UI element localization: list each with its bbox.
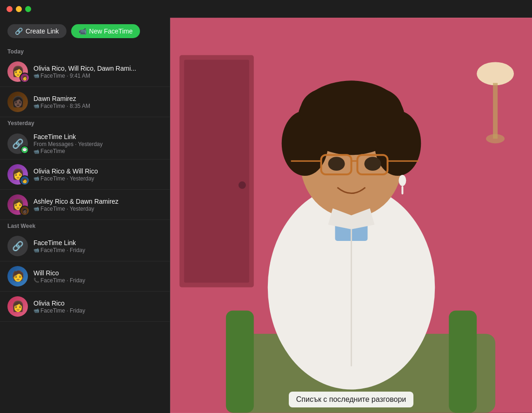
avatar-secondary: 👩🏿 [20, 206, 30, 216]
new-facetime-button[interactable]: 📹 New FaceTime [71, 24, 140, 38]
contact-detail: 📹 FaceTime · 9:41 AM [33, 73, 162, 79]
avatar-container: 👩 🧑 [7, 164, 28, 185]
contact-detail-2: 📹 FaceTime [33, 148, 162, 154]
contact-info: Ashley Rico & Dawn Ramirez 📹 FaceTime · … [33, 198, 162, 212]
video-icon: 📹 [33, 308, 39, 313]
svg-rect-5 [493, 83, 498, 139]
avatar-container: 👩🏿 [7, 92, 28, 112]
contact-detail: 📹 FaceTime · Friday [33, 247, 162, 253]
section-lastweek: Last Week [0, 220, 170, 231]
svg-point-24 [328, 157, 345, 171]
avatar: 🧑 [7, 266, 28, 286]
contact-detail: 📹 FaceTime · Friday [33, 307, 162, 314]
contact-detail: 📹 FaceTime · 8:35 AM [33, 103, 162, 109]
svg-point-6 [486, 134, 505, 143]
avatar-container: 🔗 [7, 236, 28, 256]
contact-info: FaceTime Link 📹 FaceTime · Friday [33, 239, 162, 253]
phone-icon: 📞 [33, 278, 39, 283]
video-icon: 📹 [33, 247, 39, 253]
create-link-label: Create Link [26, 27, 59, 35]
avatar-container: 🧑 [7, 266, 28, 286]
maximize-button[interactable] [25, 6, 31, 12]
contact-name: FaceTime Link [33, 239, 162, 246]
svg-point-3 [239, 181, 246, 189]
titlebar [0, 0, 532, 18]
contact-name: Ashley Rico & Dawn Ramirez [33, 198, 162, 205]
contact-detail: 📹 FaceTime · Yesterday [33, 175, 162, 182]
svg-rect-2 [184, 60, 249, 282]
video-icon: 📹 [33, 176, 39, 181]
section-today: Today [0, 46, 170, 57]
list-item[interactable]: 👩 👩🏿 Ashley Rico & Dawn Ramirez 📹 FaceTi… [0, 190, 170, 220]
contact-info: Dawn Ramirez 📹 FaceTime · 8:35 AM [33, 95, 162, 109]
caption-text: Списък с последните разговори [289, 392, 413, 407]
contact-info: Olivia Rico & Will Rico 📹 FaceTime · Yes… [33, 167, 162, 182]
avatar: 👩 [7, 296, 28, 317]
svg-point-26 [399, 175, 406, 186]
video-background [170, 18, 532, 413]
avatar: 🔗 [7, 236, 28, 256]
video-icon: 📹 [33, 149, 39, 154]
list-item[interactable]: 👩🏿 Dawn Ramirez 📹 FaceTime · 8:35 AM [0, 87, 170, 117]
contact-name: Olivia Rico, Will Rico, Dawn Rami... [33, 65, 162, 72]
traffic-lights [7, 6, 31, 12]
close-button[interactable] [7, 6, 13, 12]
video-camera-icon: 📹 [79, 27, 86, 35]
link-icon: 🔗 [15, 27, 23, 35]
video-icon: 📹 [33, 103, 39, 108]
contact-name: FaceTime Link [33, 133, 162, 140]
svg-rect-27 [401, 186, 403, 194]
contact-name: Will Rico [33, 269, 162, 277]
list-item[interactable]: 🧑 Will Rico 📞 FaceTime · Friday [0, 261, 170, 292]
contact-name: Olivia Rico [33, 300, 162, 307]
svg-point-4 [477, 62, 514, 85]
avatar-secondary: 👩 [20, 73, 30, 83]
sidebar: 🔗 Create Link 📹 New FaceTime Today 👩 👩 O… [0, 18, 170, 413]
create-link-button[interactable]: 🔗 Create Link [7, 24, 66, 38]
video-icon: 📹 [33, 73, 39, 78]
contact-detail: 📞 FaceTime · Friday [33, 277, 162, 284]
messages-badge: 💬 [20, 146, 29, 154]
contact-name: Olivia Rico & Will Rico [33, 167, 162, 175]
list-item[interactable]: 🔗 FaceTime Link 📹 FaceTime · Friday [0, 231, 170, 261]
svg-point-25 [364, 157, 381, 171]
new-facetime-label: New FaceTime [89, 27, 133, 35]
svg-point-18 [319, 85, 384, 127]
list-item[interactable]: 👩 Olivia Rico 📹 FaceTime · Friday [0, 292, 170, 322]
contact-info: Will Rico 📞 FaceTime · Friday [33, 269, 162, 284]
person-svg [170, 18, 532, 413]
caption: Списък с последните разговори [170, 386, 532, 413]
contact-info: Olivia Rico 📹 FaceTime · Friday [33, 300, 162, 314]
minimize-button[interactable] [16, 6, 22, 12]
action-buttons: 🔗 Create Link 📹 New FaceTime [0, 18, 170, 46]
main-layout: 🔗 Create Link 📹 New FaceTime Today 👩 👩 O… [0, 18, 532, 413]
list-item[interactable]: 👩 👩 Olivia Rico, Will Rico, Dawn Rami...… [0, 57, 170, 87]
contact-detail: 📹 FaceTime · Yesterday [33, 206, 162, 212]
contact-name: Dawn Ramirez [33, 95, 162, 102]
avatar-container: 👩 👩🏿 [7, 194, 28, 215]
contact-detail: From Messages · Yesterday [33, 141, 162, 147]
content-area: Списък с последните разговори [170, 18, 532, 413]
avatar-secondary: 🧑 [20, 175, 30, 186]
contact-info: FaceTime Link From Messages · Yesterday … [33, 133, 162, 154]
avatar-container: 👩 👩 [7, 61, 28, 82]
avatar-container: 👩 [7, 296, 28, 317]
video-icon: 📹 [33, 206, 39, 211]
contact-info: Olivia Rico, Will Rico, Dawn Rami... 📹 F… [33, 65, 162, 79]
avatar-container: 🔗 💬 [7, 133, 28, 154]
list-item[interactable]: 👩 🧑 Olivia Rico & Will Rico 📹 FaceTime ·… [0, 160, 170, 190]
section-yesterday: Yesterday [0, 117, 170, 128]
avatar: 👩🏿 [7, 92, 28, 112]
list-item[interactable]: 🔗 💬 FaceTime Link From Messages · Yester… [0, 128, 170, 160]
